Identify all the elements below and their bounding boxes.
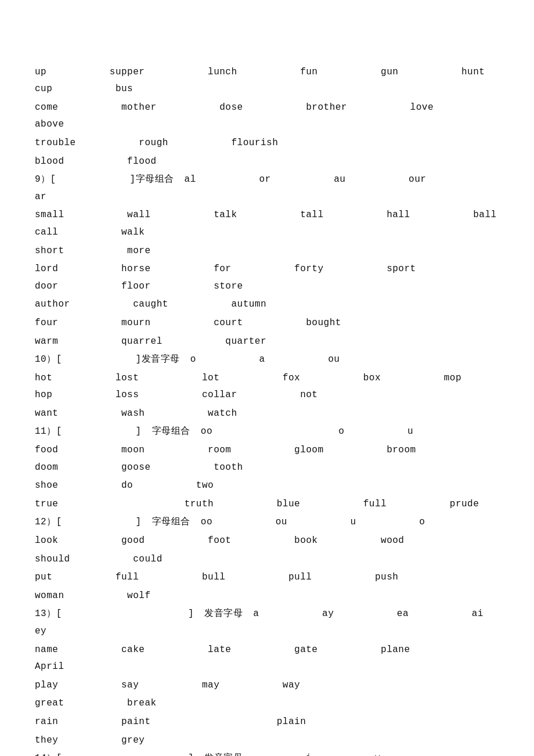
text-line-9: four mourn court bought: [35, 315, 499, 332]
text-line-12: hot lost lot fox box mop hop loss collar…: [35, 370, 499, 404]
text-line-18: 12）[ ] 字母组合 oo ou u o: [35, 514, 499, 531]
text-line-6: short more: [35, 243, 499, 260]
main-content: up supper lunch fun gun hunt cup buscome…: [35, 46, 499, 756]
text-line-0: up supper lunch fun gun hunt cup bus: [35, 64, 499, 98]
text-line-7: lord horse for forty sport door floor st…: [35, 261, 499, 295]
text-line-2: trouble rough flourish: [35, 135, 499, 152]
text-line-17: true truth blue full prude: [35, 496, 499, 513]
text-line-15: food moon room gloom broom doom goose to…: [35, 442, 499, 476]
text-line-29: 14）[ ] 发音字母 i y: [35, 750, 499, 756]
text-line-20: should could: [35, 551, 499, 568]
text-line-10: warm quarrel quarter: [35, 333, 499, 351]
text-line-28: they grey: [35, 732, 499, 750]
text-line-23: 13）[ ] 发音字母 a ay ea ai ey: [35, 606, 499, 640]
text-line-8: author caught autumn: [35, 296, 499, 314]
text-line-1: come mother dose brother love above: [35, 99, 499, 134]
text-line-16: shoe do two: [35, 477, 499, 495]
text-line-11: 10）[ ]发音字母 o a ou: [35, 351, 499, 369]
text-line-19: look good foot book wood: [35, 532, 499, 550]
text-line-21: put full bull pull push: [35, 569, 499, 586]
text-line-24: name cake late gate plane April: [35, 642, 499, 676]
text-line-14: 11）[ ] 字母组合 oo o u: [35, 423, 499, 441]
text-line-27: rain paint plain: [35, 714, 499, 731]
text-line-25: play say may way: [35, 677, 499, 694]
text-line-3: blood flood: [35, 153, 499, 171]
text-line-22: woman wolf: [35, 588, 499, 605]
text-line-13: want wash watch: [35, 405, 499, 423]
text-line-4: 9）[ ]字母组合 al or au our ar: [35, 171, 499, 206]
text-line-5: small wall talk tall hall ball call walk: [35, 207, 499, 241]
text-line-26: great break: [35, 695, 499, 712]
